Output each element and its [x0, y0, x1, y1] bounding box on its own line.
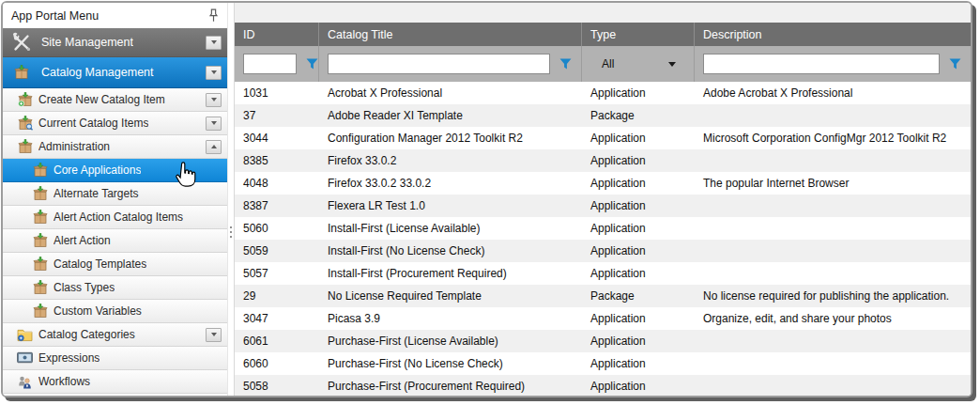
box-icon	[8, 60, 34, 86]
table-row[interactable]: 8385 Firefox 33.0.2 Application	[235, 149, 971, 172]
id-filter-funnel-icon[interactable]	[304, 58, 319, 70]
tools-icon	[8, 30, 34, 55]
sidebar-item-catalog-templates[interactable]: Catalog Templates	[3, 253, 227, 276]
table-row[interactable]: 6061 Purchase-First (License Available) …	[235, 330, 971, 352]
sidebar-item-catalog-categories[interactable]: Catalog Categories	[3, 323, 227, 347]
sidebar-item-label: Catalog Categories	[38, 328, 135, 341]
cell-description	[695, 352, 971, 375]
description-filter-funnel-icon[interactable]	[947, 58, 962, 70]
cell-description	[695, 375, 971, 396]
sidebar-item-class-types[interactable]: Class Types	[3, 276, 227, 300]
table-row[interactable]: 8387 Flexera LR Test 1.0 Application	[235, 195, 971, 217]
table-row[interactable]: 5059 Install-First (No License Check) Ap…	[235, 240, 971, 262]
title-filter-funnel-icon[interactable]	[558, 58, 573, 70]
sidebar-item-custom-variables[interactable]: Custom Variables	[3, 300, 227, 323]
expand-collapse-button[interactable]	[206, 140, 222, 154]
sidebar-item-workflows[interactable]: Workflows	[3, 370, 227, 394]
catalog-grid-panel: ID Catalog Title Type Description	[234, 3, 971, 396]
sidebar-item-current-catalog-items[interactable]: Current Catalog Items	[3, 112, 227, 135]
sidebar-item-catalog-management[interactable]: Catalog Management	[3, 57, 227, 88]
cell-id: 3044	[235, 127, 319, 149]
pin-icon[interactable]	[206, 8, 221, 24]
sidebar-item-alert-action[interactable]: Alert Action	[3, 229, 227, 253]
table-row[interactable]: 3044 Configuration Manager 2012 Toolkit …	[235, 127, 971, 149]
id-filter-input[interactable]	[243, 54, 297, 74]
cell-type: Application	[582, 82, 695, 104]
cell-type: Application	[582, 195, 695, 217]
sidebar-item-label: Alert Action	[54, 234, 111, 247]
cell-id: 5060	[235, 217, 319, 240]
id-filter-cell	[235, 46, 319, 82]
type-filter-cell: All	[582, 46, 695, 82]
cell-id: 4048	[235, 172, 319, 195]
table-row[interactable]: 6060 Purchase-First (No License Check) A…	[235, 352, 971, 375]
expand-collapse-button[interactable]	[206, 117, 222, 131]
sidebar-item-create-new-catalog-item[interactable]: Create New Catalog Item	[3, 88, 227, 112]
box-icon	[32, 233, 48, 249]
cell-type: Application	[582, 240, 695, 262]
column-header-catalog-title[interactable]: Catalog Title	[319, 23, 582, 46]
cell-description: Microsoft Corporation ConfigMgr 2012 Too…	[695, 127, 971, 149]
expressions-icon	[17, 350, 33, 366]
cell-catalog-title: No License Required Template	[319, 285, 582, 307]
cell-type: Package	[582, 285, 695, 307]
table-row[interactable]: 3047 Picasa 3.9 Application Organize, ed…	[235, 307, 971, 330]
description-filter-input[interactable]	[703, 54, 940, 74]
table-row[interactable]: 5060 Install-First (License Available) A…	[235, 217, 971, 240]
box-icon	[32, 210, 48, 226]
column-header-description[interactable]: Description	[695, 23, 971, 46]
cell-catalog-title: Install-First (No License Check)	[319, 240, 582, 262]
cell-id: 1031	[235, 82, 319, 104]
expand-collapse-button[interactable]	[206, 66, 222, 80]
table-row[interactable]: 4048 Firefox 33.0.2 33.0.2 Application T…	[235, 172, 971, 195]
cell-id: 5057	[235, 262, 319, 285]
box-icon	[17, 139, 33, 155]
cell-catalog-title: Configuration Manager 2012 Toolkit R2	[319, 127, 582, 149]
expand-collapse-button[interactable]	[206, 328, 222, 342]
sidebar-item-label: Expressions	[38, 351, 100, 365]
sidebar-item-expressions[interactable]: Expressions	[3, 347, 227, 370]
table-row[interactable]: 29 No License Required Template Package …	[235, 285, 971, 307]
sidebar-splitter[interactable]	[228, 3, 234, 396]
sidebar-item-alternate-targets[interactable]: Alternate Targets	[3, 182, 227, 206]
cell-catalog-title: Purchase-First (No License Check)	[319, 352, 582, 375]
box-icon	[32, 304, 48, 319]
sidebar-item-administration[interactable]: Administration	[3, 135, 227, 159]
title-filter-cell	[319, 46, 582, 82]
cell-description: Adobe Acrobat X Professional	[695, 82, 971, 104]
cell-id: 5059	[235, 240, 319, 262]
cell-description: Organize, edit, and share your photos	[695, 307, 971, 330]
table-row[interactable]: 5058 Purchase-First (Procurement Require…	[235, 375, 971, 396]
table-row[interactable]: 1031 Acrobat X Professional Application …	[235, 82, 971, 104]
table-row[interactable]: 5057 Install-First (Procurement Required…	[235, 262, 971, 285]
type-filter-dropdown[interactable]: All	[590, 46, 685, 82]
cell-id: 6060	[235, 352, 319, 375]
sidebar-item-label: Custom Variables	[54, 304, 142, 318]
cell-type: Application	[582, 330, 695, 352]
box-search-icon	[17, 116, 33, 132]
description-filter-cell	[695, 46, 971, 82]
cell-type: Application	[582, 172, 695, 195]
sidebar-item-site-management[interactable]: Site Management	[3, 28, 227, 57]
sidebar-item-alert-action-catalog-items[interactable]: Alert Action Catalog Items	[3, 206, 227, 229]
expand-collapse-button[interactable]	[206, 93, 222, 107]
cell-type: Application	[582, 375, 695, 396]
folder-gear-icon	[17, 327, 33, 343]
catalog-title-filter-input[interactable]	[328, 54, 550, 74]
table-row[interactable]: 37 Adobe Reader XI Template Package	[235, 104, 971, 127]
sidebar-item-label: Class Types	[54, 281, 115, 294]
cell-catalog-title: Adobe Reader XI Template	[319, 104, 582, 127]
app-frame: App Portal Menu Site Management Catalog …	[1, 1, 972, 397]
cell-catalog-title: Install-First (License Available)	[319, 217, 582, 240]
cell-catalog-title: Firefox 33.0.2 33.0.2	[319, 172, 582, 195]
sidebar-item-core-applications[interactable]: Core Applications	[3, 159, 227, 182]
sidebar-item-label: Alert Action Catalog Items	[54, 210, 183, 224]
type-filter-selected: All	[602, 57, 614, 70]
cell-description	[695, 195, 971, 217]
cell-id: 37	[235, 104, 319, 127]
sidebar-title: App Portal Menu	[11, 9, 206, 23]
column-header-id[interactable]: ID	[235, 23, 319, 46]
expand-collapse-button[interactable]	[206, 36, 222, 50]
splitter-grip-icon	[230, 226, 232, 238]
column-header-type[interactable]: Type	[582, 23, 695, 46]
